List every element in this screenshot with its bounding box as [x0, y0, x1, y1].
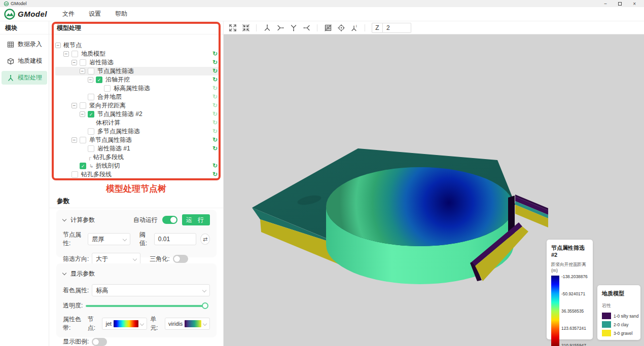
- opacity-slider[interactable]: [86, 305, 207, 307]
- threshold-input[interactable]: 0.01: [154, 233, 196, 245]
- jet-colormap-strip: [114, 320, 138, 327]
- tree-checkbox[interactable]: [88, 128, 94, 135]
- app-logo-text: GModel: [18, 10, 47, 18]
- axis-front-icon[interactable]: [261, 23, 273, 33]
- calc-params-label: 计算参数: [70, 216, 95, 224]
- sidebar-item-模型处理[interactable]: 模型处理: [2, 71, 47, 85]
- fit-shrink-icon[interactable]: [240, 23, 252, 33]
- tree-checkbox[interactable]: ✓: [88, 111, 94, 118]
- tree-row[interactable]: −✓节点属性筛选 #2↻: [55, 110, 219, 119]
- tree-row[interactable]: 钻孔多段线↻: [55, 170, 219, 179]
- node-colormap-select[interactable]: jet: [102, 318, 147, 330]
- tree-checkbox[interactable]: [88, 94, 94, 100]
- node-attr-select[interactable]: 层厚: [88, 233, 130, 245]
- grid-off-icon[interactable]: [322, 23, 334, 33]
- menu-item-帮助[interactable]: 帮助: [115, 10, 127, 18]
- tree-row[interactable]: −竖向开挖距离↻: [55, 101, 219, 110]
- legend-subtitle: 距竖向开挖面距离 (m): [551, 262, 588, 273]
- viewport-3d[interactable]: iZ2: [224, 21, 644, 346]
- axis-bottom-icon[interactable]: [301, 23, 312, 33]
- tree-checkbox[interactable]: [71, 51, 78, 57]
- tree-row[interactable]: −✓沿轴开挖↻: [55, 75, 219, 84]
- tree-row[interactable]: ✓↳折线剖切↻: [55, 162, 219, 170]
- sidebar-item-数据录入[interactable]: 数据录入: [2, 37, 47, 51]
- maximize-button[interactable]: [618, 2, 622, 6]
- tree-row[interactable]: −单节点属性筛选↻: [55, 136, 219, 144]
- tree-row[interactable]: −地质模型↻: [55, 50, 219, 58]
- tree-row[interactable]: 合并地层↻: [55, 93, 219, 101]
- run-button[interactable]: 运 行: [182, 214, 210, 225]
- tree-row-label: 标高属性筛选: [114, 84, 150, 93]
- display-params-card: 显示参数 着色属性: 标高 透明度: 属性色带: 节点: jet: [56, 263, 217, 337]
- tree-expander-spacer: [63, 172, 69, 177]
- module-sidebar: 模块 数据录入地质建模模型处理: [0, 21, 49, 346]
- sidebar-item-label: 地质建模: [18, 57, 42, 65]
- close-button[interactable]: ×: [633, 1, 636, 7]
- collapse-chevron-icon[interactable]: [62, 217, 66, 221]
- color-attr-select[interactable]: 标高: [92, 284, 210, 296]
- legend-title: 节点属性筛选 #2: [551, 244, 588, 258]
- tree-row[interactable]: −节点属性筛选↻: [55, 67, 219, 75]
- collapse-chevron-icon[interactable]: [62, 271, 66, 275]
- tree-checkbox[interactable]: ✓: [80, 163, 86, 169]
- tree-checkbox[interactable]: [88, 145, 94, 152]
- menu-item-文件[interactable]: 文件: [62, 10, 75, 18]
- tree-row-label: 地质模型: [81, 50, 105, 58]
- tree-expander[interactable]: −: [71, 137, 77, 143]
- tree-expander[interactable]: −: [55, 43, 61, 48]
- params-title: 参数: [57, 197, 69, 206]
- tree-checkbox[interactable]: [71, 171, 78, 178]
- auto-run-label: 自动运行: [133, 216, 158, 224]
- node-attr-label: 节点属性:: [63, 230, 85, 248]
- tree-expander[interactable]: −: [88, 77, 93, 83]
- menu-item-设置[interactable]: 设置: [89, 10, 101, 18]
- status-pending-icon: ↻: [212, 93, 218, 101]
- triangulate-toggle[interactable]: [173, 255, 188, 263]
- divider: [49, 208, 223, 208]
- tree-row-label: 折线剖切: [95, 162, 120, 170]
- status-done-icon: ↻: [212, 162, 218, 170]
- viewport-canvas[interactable]: 节点属性筛选 #2 距竖向开挖面距离 (m) -138.2038876-50.9…: [224, 34, 644, 346]
- tree-checkbox[interactable]: [80, 102, 86, 109]
- tree-checkbox[interactable]: [104, 85, 111, 92]
- tree-row-label: 体积计算: [96, 119, 120, 127]
- auto-run-toggle[interactable]: [162, 216, 177, 224]
- tree-expander[interactable]: −: [80, 111, 85, 117]
- tree-checkbox[interactable]: [88, 68, 94, 74]
- z-scale-input[interactable]: 2: [383, 23, 411, 33]
- swap-button[interactable]: ⇄: [200, 234, 210, 245]
- sidebar-item-地质建模[interactable]: 地质建模: [2, 54, 47, 68]
- tree-expander-spacer: [80, 155, 85, 160]
- lithology-label: 2-0 clay: [614, 322, 628, 327]
- tree-checkbox[interactable]: ✓: [96, 76, 102, 83]
- cell-colormap-select[interactable]: viridis: [165, 318, 210, 330]
- slider-knob[interactable]: [202, 302, 208, 309]
- fit-expand-icon[interactable]: [227, 23, 238, 33]
- status-pending-icon: ↻: [212, 119, 218, 127]
- show-legend-toggle[interactable]: [92, 338, 107, 346]
- cube-icon: [7, 58, 14, 65]
- tree-row-label: 竖向开挖距离: [89, 101, 126, 110]
- minimize-button[interactable]: −: [604, 1, 607, 7]
- tree-row[interactable]: ┌钻孔多段线: [55, 153, 219, 162]
- tree-row[interactable]: 多节点属性筛选↻: [55, 127, 219, 136]
- tree-row[interactable]: 岩性筛选 #1↻: [55, 144, 219, 153]
- tree-row[interactable]: 标高属性筛选↻: [55, 84, 219, 93]
- tree-row[interactable]: −岩性筛选↻: [55, 58, 219, 67]
- tree-expander[interactable]: −: [71, 103, 77, 108]
- pick-center-icon[interactable]: [335, 23, 347, 33]
- tree-expander[interactable]: −: [63, 51, 69, 57]
- app-logo-icon: [4, 2, 9, 6]
- axis-info-icon[interactable]: i: [348, 23, 360, 33]
- axis-top-icon[interactable]: [288, 23, 299, 33]
- tree-expander[interactable]: −: [71, 60, 77, 65]
- tree-row[interactable]: −根节点: [55, 41, 219, 50]
- tree-checkbox[interactable]: [80, 59, 86, 66]
- tree-row[interactable]: 体积计算↻: [55, 119, 219, 127]
- tree-checkbox[interactable]: [80, 137, 86, 143]
- tree-expander[interactable]: −: [80, 68, 85, 74]
- axis-left-icon[interactable]: [274, 23, 286, 33]
- title-bar: GModel − ×: [0, 0, 644, 7]
- status-done-icon: ↻: [212, 136, 218, 144]
- tree-row-label: 沿轴开挖: [105, 75, 130, 84]
